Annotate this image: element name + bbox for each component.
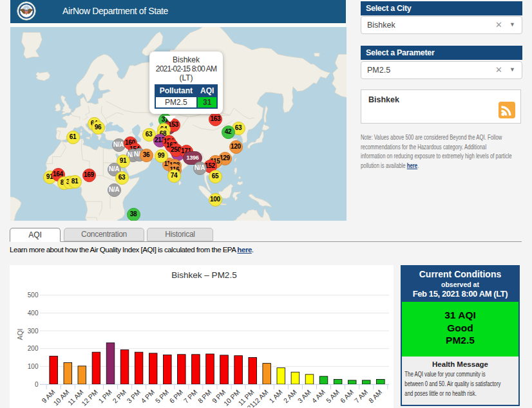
svg-text:100: 100 [28,363,39,370]
svg-text:500: 500 [28,292,39,299]
svg-text:400: 400 [28,310,39,317]
svg-text:300: 300 [28,328,39,335]
svg-text:AQI: AQI [16,328,24,340]
svg-text:Bishkek – PM2.5: Bishkek – PM2.5 [171,270,236,280]
svg-text:0: 0 [35,381,39,388]
svg-text:200: 200 [28,345,39,352]
